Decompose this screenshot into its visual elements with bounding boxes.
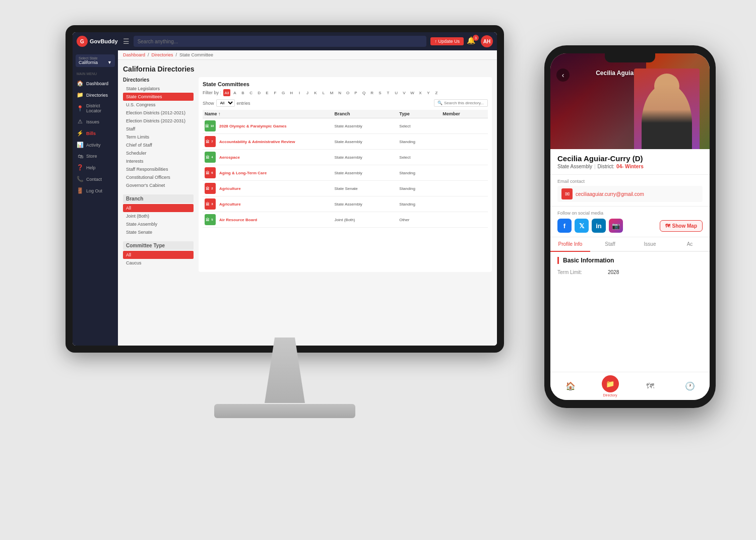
alpha-x[interactable]: X (417, 89, 424, 96)
alpha-m[interactable]: M (328, 89, 335, 96)
phone-nav-home[interactable]: 🏠 (550, 375, 590, 397)
notification-badge[interactable]: 🔔 3 (467, 36, 478, 47)
alpha-t[interactable]: T (385, 89, 392, 96)
table-row[interactable]: 🏛 5 Air Resource Board Joint (Both) Othe… (203, 212, 488, 228)
table-row[interactable]: 🏛 3 Agriculture State Assembly Standing (203, 196, 488, 212)
branch-all[interactable]: All (123, 204, 194, 212)
main-content: California Directories Directories State… (118, 60, 497, 346)
alpha-u[interactable]: U (393, 89, 400, 96)
committee-name: Agriculture (219, 202, 241, 207)
search-input[interactable] (138, 39, 423, 44)
dir-item-interests[interactable]: Interests (123, 157, 194, 165)
phone-nav-directory[interactable]: 📁 Directory (590, 375, 630, 397)
alpha-s[interactable]: S (376, 89, 384, 96)
table-row[interactable]: 🏛 7 Accountability & Administrative Revi… (203, 134, 488, 150)
phone-nav-history[interactable]: 🕐 (670, 375, 710, 397)
nav-issues[interactable]: ⚠ Issues (73, 116, 118, 127)
alpha-n[interactable]: N (336, 89, 343, 96)
state-selector[interactable]: Select State California ▼ (76, 54, 115, 67)
phone-nav-map[interactable]: 🗺 (630, 375, 670, 397)
nav-bills[interactable]: ⚡ Bills (73, 127, 118, 139)
table-row[interactable]: 🏛 4 Aerospace State Assembly Select (203, 150, 488, 165)
social-icons: f 𝕏 in 📷 (557, 219, 623, 233)
email-icon: ✉ (561, 188, 573, 199)
nav-district-label: District Locator (86, 103, 114, 113)
nav-logout[interactable]: 🚪 Log Out (73, 185, 118, 196)
branch-state-assembly[interactable]: State Assembly (123, 220, 194, 228)
alpha-l[interactable]: L (320, 89, 327, 96)
alpha-g[interactable]: G (280, 89, 287, 96)
committee-type-all[interactable]: All (123, 251, 194, 259)
alpha-i[interactable]: I (296, 89, 303, 96)
pipe-divider: | (594, 164, 596, 169)
alpha-p[interactable]: P (352, 89, 359, 96)
district-value[interactable]: 04- Winters (616, 164, 644, 169)
branch-section: Branch All Joint (Both) State Assembly S… (123, 194, 194, 236)
twitter-button[interactable]: 𝕏 (575, 219, 589, 233)
nav-activity[interactable]: 📊 Activity (73, 139, 118, 151)
dir-item-chief-of-staff[interactable]: Chief of Staff (123, 141, 194, 149)
search-bar[interactable] (134, 36, 427, 47)
update-button[interactable]: ↑ Update Us (430, 37, 464, 45)
alpha-q[interactable]: Q (360, 89, 367, 96)
dir-item-scheduler[interactable]: Scheduler (123, 149, 194, 157)
dir-item-term-limits[interactable]: Term Limits (123, 133, 194, 141)
breadcrumb-directories[interactable]: Directories (152, 52, 173, 57)
table-row[interactable]: 🏛 2 Agriculture State Senate Standing (203, 181, 488, 196)
dir-item-governors-cabinet[interactable]: Governor's Cabinet (123, 181, 194, 189)
nav-district-locator[interactable]: 📍 District Locator (73, 101, 118, 116)
user-avatar[interactable]: AH (481, 35, 493, 47)
alpha-b[interactable]: B (239, 89, 246, 96)
dir-item-state-committees[interactable]: State Committees (123, 93, 194, 101)
tab-activity[interactable]: Ac (670, 237, 710, 251)
social-section: Follow on social media f 𝕏 in 📷 🗺 Show M… (550, 207, 710, 237)
nav-store[interactable]: 🛍 Store (73, 151, 118, 162)
alpha-h[interactable]: H (288, 89, 295, 96)
facebook-button[interactable]: f (557, 219, 572, 233)
dir-item-us-congress[interactable]: U.S. Congress (123, 101, 194, 109)
dir-item-election-2012[interactable]: Election Districts (2012-2021) (123, 109, 194, 117)
tab-staff[interactable]: Staff (590, 237, 630, 251)
alpha-c[interactable]: C (247, 89, 255, 96)
alpha-z[interactable]: Z (433, 89, 440, 96)
dir-item-staff-resp[interactable]: Staff Responsibilities (123, 165, 194, 173)
alpha-d[interactable]: D (256, 89, 263, 96)
tab-profile-info[interactable]: Profile Info (550, 237, 590, 252)
back-button[interactable]: ‹ (556, 69, 570, 82)
breadcrumb-dashboard[interactable]: Dashboard (123, 52, 145, 57)
email-row[interactable]: ✉ ceciliaaguiar.curry@gmail.com (557, 186, 703, 202)
branch-joint[interactable]: Joint (Both) (123, 212, 194, 220)
directory-search-input[interactable] (444, 101, 484, 105)
nav-directories[interactable]: 📁 Directories (73, 89, 118, 101)
dir-item-state-legislators[interactable]: State Legislators (123, 85, 194, 93)
committee-type-caucus[interactable]: Caucus (123, 259, 194, 267)
dir-item-constitutional[interactable]: Constitutional Officers (123, 173, 194, 181)
nav-help[interactable]: ❓ Help (73, 162, 118, 173)
nav-contact[interactable]: 📞 Contact (73, 173, 118, 185)
alpha-all[interactable]: All (223, 89, 230, 96)
directory-search[interactable]: 🔍 (434, 99, 488, 107)
table-row[interactable]: 🏛 6 Aging & Long-Term Care State Assembl… (203, 165, 488, 181)
instagram-button[interactable]: 📷 (609, 219, 623, 233)
show-map-button[interactable]: 🗺 Show Map (660, 220, 703, 232)
alpha-o[interactable]: O (344, 89, 351, 96)
alpha-k[interactable]: K (312, 89, 319, 96)
alpha-r[interactable]: R (368, 89, 375, 96)
alpha-w[interactable]: W (409, 89, 416, 96)
alpha-v[interactable]: V (401, 89, 408, 96)
alpha-e[interactable]: E (264, 89, 271, 96)
alpha-y[interactable]: Y (425, 89, 432, 96)
linkedin-button[interactable]: in (592, 219, 606, 233)
show-entries-select[interactable]: All 10 25 (216, 99, 235, 107)
alpha-j[interactable]: J (304, 89, 311, 96)
dir-item-staff[interactable]: Staff (123, 125, 194, 133)
nav-dashboard[interactable]: 🏠 Dashboard (73, 78, 118, 89)
alpha-a[interactable]: A (231, 89, 238, 96)
tab-issue[interactable]: Issue (630, 237, 670, 251)
dir-item-election-2022[interactable]: Election Districts (2022-2031) (123, 117, 194, 125)
table-row[interactable]: 🏛 10 2028 Olympic & Paralympic Games Sta… (203, 118, 488, 134)
alpha-f[interactable]: F (272, 89, 279, 96)
branch-state-senate[interactable]: State Senate (123, 228, 194, 236)
home-icon: 🏠 (77, 80, 84, 87)
hamburger-icon[interactable]: ☰ (123, 37, 130, 45)
